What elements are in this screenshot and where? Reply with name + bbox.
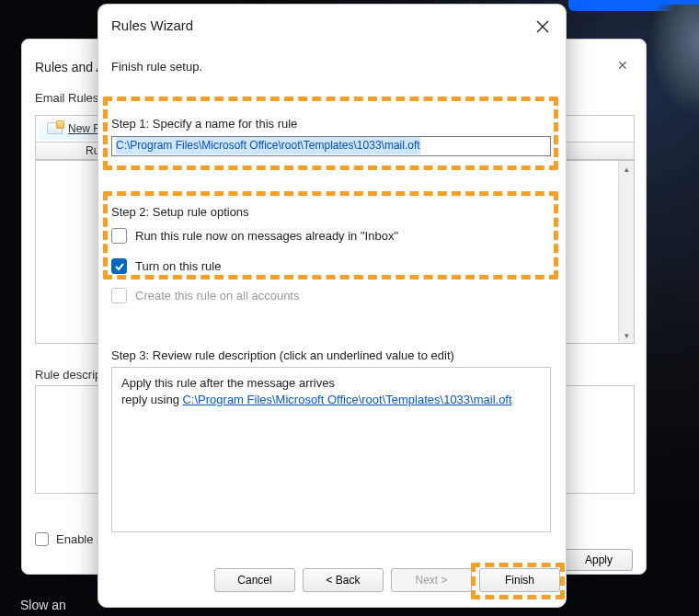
option-turn-on[interactable]: Turn on this rule (111, 258, 221, 274)
step3-label: Step 3: Review rule description (click a… (111, 348, 454, 362)
apply-button[interactable]: Apply (565, 549, 633, 571)
scroll-up-icon[interactable]: ▴ (619, 161, 635, 177)
close-icon (536, 20, 549, 33)
next-button: Next > (391, 568, 472, 592)
turn-on-checkbox[interactable] (111, 258, 127, 274)
wizard-close-button[interactable] (529, 13, 556, 40)
run-now-label: Run this rule now on messages already in… (135, 229, 398, 243)
wizard-title: Rules Wizard (111, 17, 193, 33)
step1-label: Step 1: Specify a name for this rule (111, 117, 297, 131)
scroll-down-icon[interactable]: ▾ (619, 327, 635, 343)
background-text-fragment: Slow an (20, 598, 66, 612)
rule-list-scrollbar[interactable]: ▴ ▾ (618, 161, 634, 343)
enable-rss-checkbox[interactable] (35, 532, 49, 546)
desc-line1: Apply this rule after the message arrive… (121, 375, 541, 392)
run-now-checkbox[interactable] (111, 228, 127, 244)
option-all-accounts: Create this rule on all accounts (111, 288, 299, 303)
tab-email-rules[interactable]: Email Rules (35, 91, 98, 105)
all-accounts-label: Create this rule on all accounts (135, 289, 299, 302)
desc-line2: reply using C:\Program Files\Microsoft O… (121, 392, 541, 408)
desc-template-link[interactable]: C:\Program Files\Microsoft Office\root\T… (182, 393, 511, 406)
rules-window-close-icon[interactable] (610, 52, 636, 78)
option-run-now[interactable]: Run this rule now on messages already in… (111, 228, 398, 244)
wizard-subtitle: Finish rule setup. (111, 60, 202, 74)
rule-name-value: C:\Program Files\Microsoft Office\root\T… (116, 137, 420, 154)
back-button[interactable]: < Back (303, 568, 384, 592)
new-rule-icon (47, 122, 63, 134)
rule-name-input[interactable]: C:\Program Files\Microsoft Office\root\T… (111, 136, 551, 156)
all-accounts-checkbox (111, 288, 127, 303)
checkmark-icon (114, 261, 125, 272)
finish-button[interactable]: Finish (479, 568, 560, 592)
rules-wizard-dialog: Rules Wizard Finish rule setup. Step 1: … (97, 4, 567, 608)
wizard-button-row: Cancel < Back Next > Finish (98, 568, 566, 594)
desc-line2-prefix: reply using (121, 393, 182, 406)
rule-description-editor[interactable]: Apply this rule after the message arrive… (111, 367, 551, 532)
annotation-highlight-step1 (103, 97, 558, 170)
turn-on-label: Turn on this rule (135, 259, 221, 273)
step2-label: Step 2: Setup rule options (111, 205, 249, 219)
cancel-button[interactable]: Cancel (214, 568, 295, 592)
